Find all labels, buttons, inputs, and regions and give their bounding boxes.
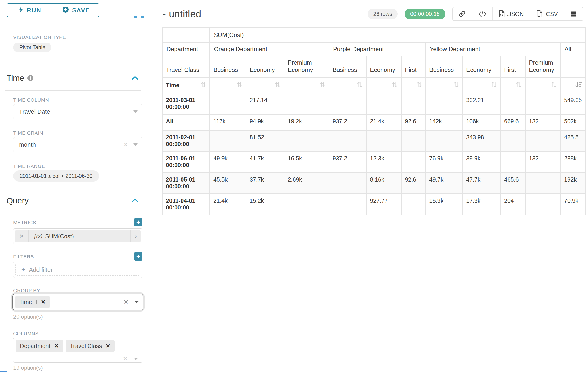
value-cell: 132 xyxy=(526,152,560,172)
group-by-label: GROUP BY xyxy=(13,288,40,293)
chart-type-action-icon[interactable] xyxy=(141,16,144,18)
columns-pill[interactable]: Travel Class✕ xyxy=(66,340,115,352)
sort-cell[interactable] xyxy=(210,78,246,93)
run-button[interactable]: RUN xyxy=(7,4,53,17)
plus-icon: + xyxy=(21,266,25,273)
value-cell: 549.35 xyxy=(561,94,586,114)
columns-select[interactable]: Department✕Travel Class✕ ✕ xyxy=(13,338,142,363)
travel-class-cell: First xyxy=(501,56,525,77)
clear-icon[interactable]: ✕ xyxy=(123,141,128,148)
clear-icon[interactable]: ✕ xyxy=(123,298,128,306)
code-icon xyxy=(478,11,486,17)
value-cell: 15.2k xyxy=(246,194,284,215)
chevron-up-icon[interactable] xyxy=(132,76,138,80)
sort-icon[interactable] xyxy=(417,82,422,89)
sort-icon[interactable] xyxy=(453,82,459,89)
value-cell: 17.3k xyxy=(463,194,500,215)
pivot-table: SUM(Cost)DepartmentOrange DepartmentPurp… xyxy=(162,27,586,215)
add-filter-plus-button[interactable]: + xyxy=(134,252,142,261)
clear-icon[interactable]: ✕ xyxy=(123,355,128,362)
sort-cell[interactable] xyxy=(426,78,462,93)
visualization-type-label: VISUALIZATION TYPE xyxy=(13,34,66,40)
department-group-cell: All xyxy=(561,43,586,55)
time-grain-label: TIME GRAIN xyxy=(13,130,43,136)
add-filter-button[interactable]: + Add filter xyxy=(15,264,140,276)
save-button[interactable]: SAVE xyxy=(53,4,99,17)
value-cell xyxy=(329,94,366,114)
remove-tag-icon[interactable]: ✕ xyxy=(106,343,110,349)
menu-button[interactable] xyxy=(564,7,583,21)
view-query-button[interactable] xyxy=(472,7,492,21)
value-cell: 937.2 xyxy=(329,115,366,130)
row-header-cell: 2011-05-01 00:00:00 xyxy=(163,173,210,193)
sort-icon[interactable] xyxy=(200,82,206,89)
sort-icon[interactable] xyxy=(275,82,281,89)
export-json-button[interactable]: .JSON xyxy=(492,7,530,21)
chart-title[interactable]: - untitled xyxy=(163,8,201,20)
time-grain-select[interactable]: month ✕ xyxy=(13,137,142,152)
run-save-button-group: RUN SAVE xyxy=(7,3,99,17)
chevron-down-icon xyxy=(135,301,139,303)
columns-pill[interactable]: Department✕ xyxy=(16,340,63,352)
sort-icon[interactable] xyxy=(237,82,242,89)
time-range-value[interactable]: 2011-01-01 ≤ col < 2011-06-30 xyxy=(13,170,99,181)
scrollbar-thumb[interactable] xyxy=(0,371,7,372)
sort-cell[interactable] xyxy=(402,78,425,93)
sort-icon[interactable] xyxy=(551,82,557,89)
value-cell: 15.9k xyxy=(426,194,462,215)
explore-view: Chart Type RUN SAVE VISUALIZATION TYPE P… xyxy=(0,0,588,372)
value-cell: 217.14 xyxy=(246,94,284,114)
sort-cell[interactable] xyxy=(329,78,366,93)
remove-tag-icon[interactable]: ✕ xyxy=(54,343,59,349)
visualization-type-value[interactable]: Pivot Table xyxy=(13,43,51,52)
sort-cell[interactable] xyxy=(501,78,525,93)
sort-cell[interactable] xyxy=(463,78,500,93)
value-cell xyxy=(402,94,425,114)
add-metric-button[interactable]: + xyxy=(134,218,142,226)
query-section-header[interactable]: Query xyxy=(7,196,29,205)
travel-class-cell: Business xyxy=(426,56,462,77)
chevron-right-icon[interactable]: › xyxy=(130,230,141,242)
time-column-select[interactable]: Travel Date xyxy=(13,104,142,119)
chevron-down-icon xyxy=(134,358,138,360)
value-cell: 12.3k xyxy=(367,152,401,172)
sort-cell[interactable] xyxy=(284,78,329,93)
remove-tag-icon[interactable]: ✕ xyxy=(41,299,46,305)
value-cell: 238k xyxy=(561,152,586,172)
value-cell: 39.9k xyxy=(463,152,500,172)
value-cell: 21.4k xyxy=(210,194,246,215)
value-cell: 81.52 xyxy=(246,131,284,151)
row-header-cell: 2011-04-01 00:00:00 xyxy=(163,194,210,215)
sort-icon[interactable] xyxy=(516,82,522,89)
remove-metric-icon[interactable]: ✕ xyxy=(15,230,29,242)
value-cell: 937.2 xyxy=(329,152,366,172)
chevron-up-icon[interactable] xyxy=(132,198,138,202)
time-section-header[interactable]: Time i xyxy=(7,74,33,83)
sort-cell[interactable] xyxy=(367,78,401,93)
sort-cell[interactable] xyxy=(526,78,560,93)
divider xyxy=(5,24,141,24)
value-cell: 2.69k xyxy=(284,173,329,193)
sort-icon[interactable] xyxy=(491,82,497,89)
sort-icon[interactable] xyxy=(357,82,363,89)
export-csv-button[interactable]: .CSV xyxy=(530,7,564,21)
sort-icon[interactable] xyxy=(320,82,325,89)
sort-cell[interactable] xyxy=(246,78,284,93)
lightning-icon xyxy=(18,6,23,15)
value-cell xyxy=(501,94,525,114)
value-cell: 927.77 xyxy=(367,194,401,215)
short-link-button[interactable] xyxy=(453,7,472,21)
travel-class-cell: Economy xyxy=(367,56,401,77)
chart-type-action-icon[interactable] xyxy=(134,16,137,18)
value-cell xyxy=(402,194,425,215)
sort-cell-active[interactable] xyxy=(561,78,586,93)
group-by-select[interactable]: Timei✕ ✕ xyxy=(12,294,143,310)
time-sort-cell[interactable]: Time xyxy=(163,78,210,93)
metric-pill[interactable]: ✕ ƒ(x) SUM(Cost) › xyxy=(15,230,141,242)
value-cell: 502k xyxy=(561,115,586,130)
group-by-pill[interactable]: Timei✕ xyxy=(15,296,50,308)
sort-desc-icon[interactable] xyxy=(575,81,582,89)
sort-icon[interactable] xyxy=(392,82,398,89)
value-cell xyxy=(329,131,366,151)
tag-label: Travel Class xyxy=(70,343,102,350)
